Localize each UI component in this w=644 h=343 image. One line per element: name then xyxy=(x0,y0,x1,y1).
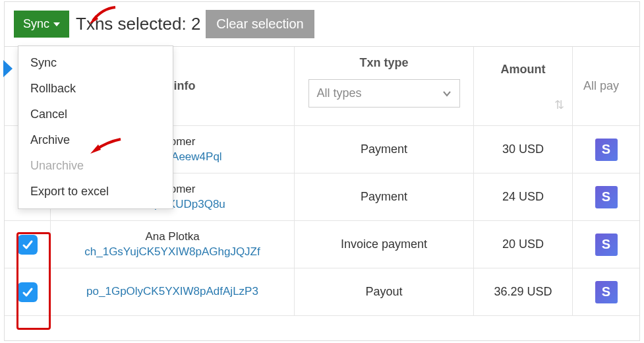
sync-dropdown-button[interactable]: Sync xyxy=(14,11,69,38)
dropdown-item-rollback[interactable]: Rollback xyxy=(18,76,173,102)
row-amount: 36.29 USD xyxy=(494,285,552,299)
row-txn-type: Payment xyxy=(361,190,407,204)
row-amount: 30 USD xyxy=(502,142,544,156)
row-txn-type: Payout xyxy=(365,285,402,299)
row-amount: 20 USD xyxy=(502,237,544,251)
sync-dropdown-menu: Sync Rollback Cancel Archive Unarchive E… xyxy=(18,46,173,209)
payment-filter-select[interactable]: All pay xyxy=(577,79,635,93)
dropdown-item-unarchive: Unarchive xyxy=(18,153,173,179)
row-checkbox[interactable] xyxy=(18,235,38,255)
row-txn-link[interactable]: ch_1GsYujCK5YXIW8pAGhgJQJZf xyxy=(84,245,260,260)
dropdown-item-sync[interactable]: Sync xyxy=(18,50,173,76)
txn-type-filter-select[interactable]: All types xyxy=(308,79,460,108)
dropdown-item-cancel[interactable]: Cancel xyxy=(18,102,173,127)
row-txn-type: Payment xyxy=(361,142,407,156)
stripe-badge-icon: S xyxy=(595,186,618,208)
selection-count-text: Txns selected: 2 xyxy=(76,14,200,34)
stripe-badge-icon: S xyxy=(595,234,618,256)
header-type-label: Txn type xyxy=(359,56,408,70)
table-row: Ana Plotka ch_1GsYujCK5YXIW8pAGhgJQJZf I… xyxy=(5,221,639,268)
chevron-down-icon xyxy=(442,86,452,100)
payment-filter-value: All pay xyxy=(583,79,619,92)
header-amount-label: Amount xyxy=(501,63,546,77)
sync-button-label: Sync xyxy=(23,17,49,31)
clear-selection-button[interactable]: Clear selection xyxy=(206,10,314,38)
row-customer-name: Ana Plotka xyxy=(145,230,199,245)
row-txn-link[interactable]: po_1GpOlyCK5YXIW8pAdfAjLzP3 xyxy=(86,284,258,299)
header-type: Txn type All types xyxy=(295,47,474,125)
sort-icon: ⇅ xyxy=(554,98,564,112)
caret-down-icon xyxy=(53,22,60,26)
dropdown-item-export[interactable]: Export to excel xyxy=(18,179,173,204)
row-amount: 24 USD xyxy=(502,190,544,204)
row-checkbox[interactable] xyxy=(18,282,38,302)
dropdown-item-archive[interactable]: Archive xyxy=(18,127,173,153)
stripe-badge-icon: S xyxy=(595,139,618,161)
stripe-badge-icon: S xyxy=(595,281,618,303)
row-txn-type: Invoice payment xyxy=(341,237,427,251)
header-amount[interactable]: Amount ⇅ xyxy=(474,47,573,125)
header-payment: All pay xyxy=(573,47,639,125)
txn-type-filter-value: All types xyxy=(317,86,362,100)
chevron-right-icon xyxy=(3,60,15,80)
svg-marker-0 xyxy=(3,60,13,77)
table-row: po_1GpOlyCK5YXIW8pAdfAjLzP3 Payout 36.29… xyxy=(5,268,639,316)
